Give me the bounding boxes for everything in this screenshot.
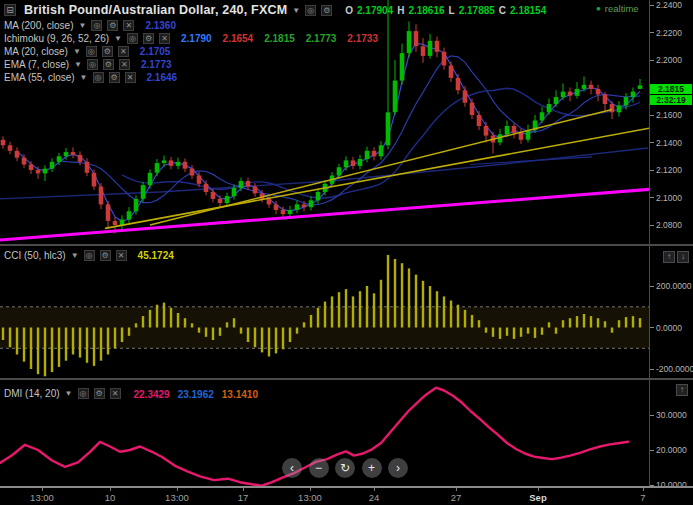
pane-divider[interactable]	[0, 244, 693, 246]
time-axis-label: 17	[238, 492, 249, 503]
last-price-badge: 2.1815	[650, 84, 692, 94]
time-axis-label: 7	[640, 492, 645, 503]
time-axis-label: Sep	[529, 492, 546, 503]
time-axis-label: 27	[451, 492, 462, 503]
time-axis-tick	[310, 488, 311, 491]
cci-axis-tick: -200.0000	[650, 364, 693, 374]
indicator-value: 2.1733	[347, 33, 378, 44]
indicator-label[interactable]: MA (200, close)	[4, 20, 73, 31]
chart-window: ⊟ British Pound/Australian Dollar, 240, …	[0, 0, 693, 505]
time-axis-tick	[243, 488, 244, 491]
time-axis-label: 24	[369, 492, 380, 503]
dmi-pane-up-button[interactable]: ↑	[676, 384, 688, 396]
time-axis-tick	[374, 488, 375, 491]
gear-icon[interactable]: ⚙	[94, 388, 105, 399]
symbol-header: ⊟ British Pound/Australian Dollar, 240, …	[4, 3, 546, 17]
cci-axis-tick: 200.0000	[650, 281, 691, 291]
indicator-row: EMA (55, close)▼◎⚙✕2.1646	[4, 72, 177, 83]
close-icon[interactable]: ✕	[125, 72, 136, 83]
pan-right-button[interactable]: ›	[388, 458, 408, 478]
ohlc-readout: O 2.17904 H 2.18616 L 2.17885 C 2.18154	[345, 5, 546, 16]
time-axis-tick	[643, 488, 644, 491]
cci-label[interactable]: CCI (50, hlc3)	[4, 250, 66, 261]
eye-icon[interactable]: ◎	[78, 388, 89, 399]
zoom-out-button[interactable]: −	[309, 458, 329, 478]
chevron-down-icon[interactable]: ▼	[73, 47, 81, 56]
chevron-down-icon[interactable]: ▼	[78, 21, 86, 30]
dmi-value: 22.3429	[134, 389, 170, 400]
chevron-down-icon[interactable]: ▼	[65, 389, 73, 398]
cci-pane-up-button[interactable]: ↑	[663, 251, 675, 263]
close-icon[interactable]: ✕	[119, 59, 130, 70]
pane-divider[interactable]	[0, 378, 693, 380]
indicator-row: EMA (7, close)▼◎⚙✕2.1773	[4, 59, 172, 70]
chevron-down-icon[interactable]: ▼	[71, 251, 79, 260]
gear-icon[interactable]: ⚙	[109, 72, 120, 83]
chevron-down-icon[interactable]: ▼	[292, 6, 300, 15]
high-value: 2.18616	[408, 5, 444, 16]
eye-icon[interactable]: ◎	[84, 250, 95, 261]
indicator-value: 2.1646	[147, 72, 178, 83]
realtime-status: ● realtime	[596, 3, 639, 14]
eye-icon[interactable]: ◎	[127, 33, 138, 44]
close-value: 2.18154	[510, 5, 546, 16]
indicator-value: 2.1360	[145, 20, 176, 31]
close-icon[interactable]: ✕	[116, 250, 127, 261]
chevron-down-icon[interactable]: ▼	[114, 34, 122, 43]
indicator-value: 2.1773	[141, 59, 172, 70]
price-axis-tick: 2.1200	[650, 165, 682, 175]
realtime-label: realtime	[605, 3, 639, 14]
indicator-label[interactable]: EMA (7, close)	[4, 59, 69, 70]
cci-value: 45.1724	[138, 250, 174, 261]
time-axis-tick	[538, 488, 539, 491]
eye-icon[interactable]: ◎	[91, 20, 102, 31]
eye-icon[interactable]: ◎	[87, 59, 98, 70]
pan-left-button[interactable]: ‹	[282, 458, 302, 478]
dmi-label[interactable]: DMI (14, 20)	[4, 388, 60, 399]
cci-indicator-chart[interactable]	[0, 246, 649, 378]
gear-icon[interactable]: ⚙	[100, 250, 111, 261]
indicator-label[interactable]: EMA (55, close)	[4, 72, 75, 83]
bar-countdown-badge: 2:32:19	[650, 95, 692, 105]
chevron-down-icon[interactable]: ▼	[74, 60, 82, 69]
indicator-row: Ichimoku (9, 26, 52, 26)▼◎⚙✕2.17902.1654…	[4, 33, 378, 44]
indicator-label[interactable]: Ichimoku (9, 26, 52, 26)	[4, 33, 109, 44]
cci-axis-tick: 0.0000	[650, 323, 682, 333]
price-axis-tick: 2.0800	[650, 220, 682, 230]
gear-icon[interactable]: ⚙	[107, 20, 118, 31]
time-axis-label: 13:00	[298, 492, 322, 503]
eye-icon[interactable]: ◎	[86, 46, 97, 57]
collapse-icon[interactable]: ⊟	[4, 4, 16, 16]
zoom-in-button[interactable]: +	[362, 458, 382, 478]
symbol-title[interactable]: British Pound/Australian Dollar, 240, FX…	[24, 3, 287, 17]
time-axis-label: 13:00	[165, 492, 189, 503]
close-icon[interactable]: ✕	[110, 388, 121, 399]
gear-icon[interactable]: ⚙	[102, 46, 113, 57]
gear-icon[interactable]: ⚙	[103, 59, 114, 70]
dmi-value: 13.1410	[222, 389, 258, 400]
price-axis-tick: 2.2400	[650, 0, 682, 10]
time-axis-label: 10	[105, 492, 116, 503]
close-icon[interactable]: ✕	[123, 20, 134, 31]
reset-view-button[interactable]: ↻	[335, 458, 355, 478]
close-icon[interactable]: ✕	[159, 33, 170, 44]
axis-divider	[0, 486, 693, 488]
indicator-value: 2.1654	[223, 33, 254, 44]
time-axis-tick	[110, 488, 111, 491]
close-icon[interactable]: ✕	[118, 46, 129, 57]
price-axis-tick: 2.1600	[650, 110, 682, 120]
price-axis-tick: 2.2000	[650, 55, 682, 65]
indicator-label[interactable]: MA (20, close)	[4, 46, 68, 57]
eye-icon[interactable]: ◎	[305, 5, 316, 16]
gear-icon[interactable]: ⚙	[321, 5, 332, 16]
gear-icon[interactable]: ⚙	[143, 33, 154, 44]
time-axis-label: 13:00	[30, 492, 54, 503]
chevron-down-icon[interactable]: ▼	[80, 73, 88, 82]
low-value: 2.17885	[459, 5, 495, 16]
time-axis-tick	[42, 488, 43, 491]
eye-icon[interactable]: ◎	[93, 72, 104, 83]
time-axis[interactable]: 13:001013:001713:002427Sep7	[0, 488, 693, 505]
dmi-axis-tick: 30.0000	[650, 410, 687, 420]
open-value: 2.17904	[357, 5, 393, 16]
cci-pane-down-button[interactable]: ↓	[677, 251, 689, 263]
